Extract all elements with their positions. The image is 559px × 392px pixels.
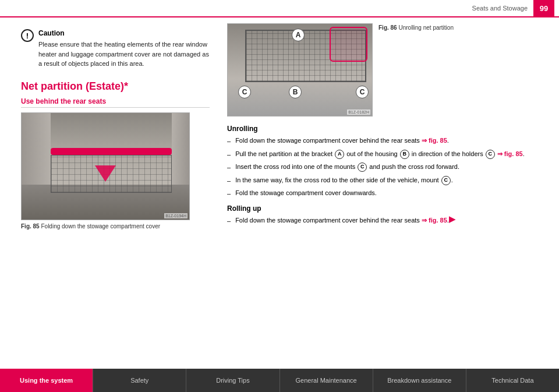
caution-icon: ! bbox=[21, 29, 34, 42]
caption-text: Folding down the stowage compartment cov… bbox=[40, 223, 160, 229]
caution-title: Caution bbox=[38, 29, 210, 37]
inline-label-a: A bbox=[335, 150, 344, 159]
header-title: Seats and Stowage bbox=[472, 5, 528, 12]
caption-bold: Fig. 85 bbox=[21, 223, 40, 229]
inline-label-c2: C bbox=[358, 163, 367, 172]
rolling-title: Rolling up bbox=[227, 204, 547, 213]
inline-label-c3: C bbox=[441, 176, 451, 185]
caution-box: ! Caution Please ensure that the heating… bbox=[21, 29, 210, 69]
header-bar: Seats and Stowage 99 bbox=[472, 0, 559, 16]
subsection-heading: Use behind the rear seats bbox=[21, 97, 210, 108]
label-b: B bbox=[289, 86, 302, 98]
instructions: Unrolling – Fold down the stowage compar… bbox=[227, 125, 547, 363]
label-a: A bbox=[292, 29, 305, 41]
bottom-nav: Using the system Safety Driving Tips Gen… bbox=[0, 369, 559, 392]
section-heading: Net partition (Estate)* bbox=[21, 80, 210, 93]
left-image-container: B1Z-0194H Fig. 85 Folding down the stowa… bbox=[21, 112, 210, 231]
list-item: – Pull the net partition at the bracket … bbox=[227, 149, 547, 160]
right-caption-text: Unrolling net partition bbox=[397, 24, 454, 31]
right-image-container: A B C C B1Z-0182H Fig. 86 Unrolling net … bbox=[227, 23, 547, 116]
nav-item-breakdown[interactable]: Breakdown assistance bbox=[373, 369, 466, 392]
page-number: 99 bbox=[533, 0, 554, 16]
main-content: ! Caution Please ensure that the heating… bbox=[0, 17, 559, 369]
arrow-indicator bbox=[95, 165, 116, 182]
label-c-left: C bbox=[238, 86, 251, 98]
right-image-code: B1Z-0182H bbox=[347, 110, 370, 115]
left-image-caption: Fig. 85 Folding down the stowage compart… bbox=[21, 223, 210, 231]
list-item: – Insert the cross rod into one of the m… bbox=[227, 162, 547, 172]
list-item: – In the same way, fix the cross rod to … bbox=[227, 175, 547, 186]
nav-item-technical-data[interactable]: Technical Data bbox=[466, 369, 559, 392]
right-image-caption: Fig. 86 Unrolling net partition bbox=[378, 23, 454, 32]
rolling-list: – Fold down the stowage compartment cove… bbox=[227, 216, 547, 226]
next-arrow: ▶ bbox=[449, 213, 455, 225]
right-column: A B C C B1Z-0182H Fig. 86 Unrolling net … bbox=[221, 17, 559, 369]
unrolling-title: Unrolling bbox=[227, 125, 547, 133]
inline-label-c1: C bbox=[486, 150, 495, 159]
right-image: A B C C B1Z-0182H bbox=[227, 23, 373, 116]
image-code-left: B1Z-0194H bbox=[164, 213, 187, 218]
right-caption-bold: Fig. 86 bbox=[378, 24, 397, 31]
nav-item-driving-tips[interactable]: Driving Tips bbox=[186, 369, 280, 392]
list-item: – Fold down the stowage compartment cove… bbox=[227, 136, 547, 146]
left-image: B1Z-0194H bbox=[21, 112, 190, 220]
caution-content: Caution Please ensure that the heating e… bbox=[38, 29, 210, 69]
nav-item-using-system[interactable]: Using the system bbox=[0, 369, 93, 392]
nav-item-safety[interactable]: Safety bbox=[93, 369, 186, 392]
unrolling-list: – Fold down the stowage compartment cove… bbox=[227, 136, 547, 199]
label-c-right: C bbox=[356, 86, 369, 98]
left-column: ! Caution Please ensure that the heating… bbox=[0, 17, 221, 369]
inline-label-b: B bbox=[400, 150, 409, 159]
pink-highlight bbox=[330, 27, 367, 62]
nav-item-general-maintenance[interactable]: General Maintenance bbox=[280, 369, 373, 392]
list-item: – Fold down the stowage compartment cove… bbox=[227, 216, 547, 226]
caution-text: Please ensure that the heating elements … bbox=[38, 40, 210, 69]
net-bar bbox=[51, 148, 172, 155]
list-item: – Fold the stowage compartment cover dow… bbox=[227, 188, 547, 199]
